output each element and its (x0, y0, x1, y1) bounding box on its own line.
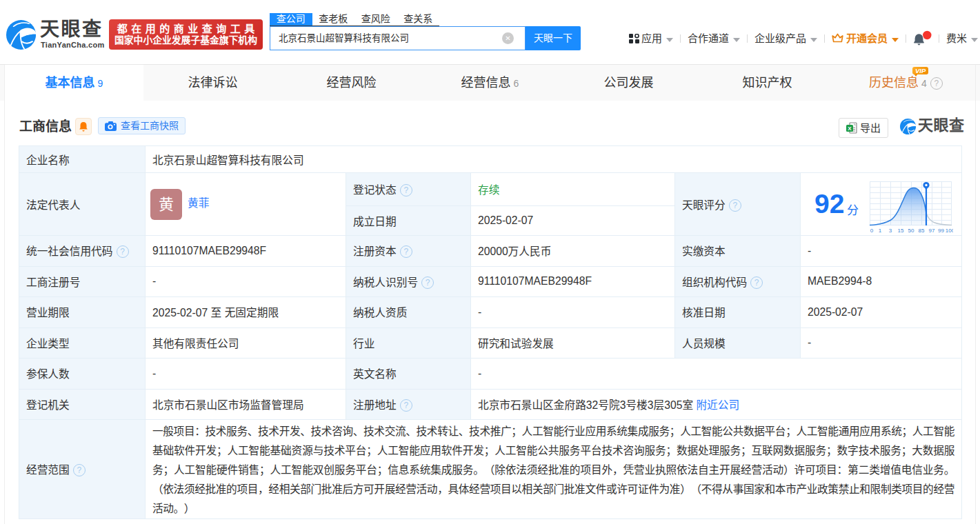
svg-text:85: 85 (919, 228, 925, 234)
svg-text:50: 50 (908, 228, 914, 234)
svg-text:0: 0 (870, 228, 874, 234)
svg-text:99: 99 (938, 228, 944, 234)
svg-text:100: 100 (946, 228, 953, 234)
svg-text:3: 3 (889, 228, 892, 234)
svg-text:X: X (848, 125, 852, 132)
svg-text:15: 15 (898, 228, 904, 234)
svg-text:1: 1 (879, 228, 882, 234)
svg-text:97: 97 (929, 228, 935, 234)
